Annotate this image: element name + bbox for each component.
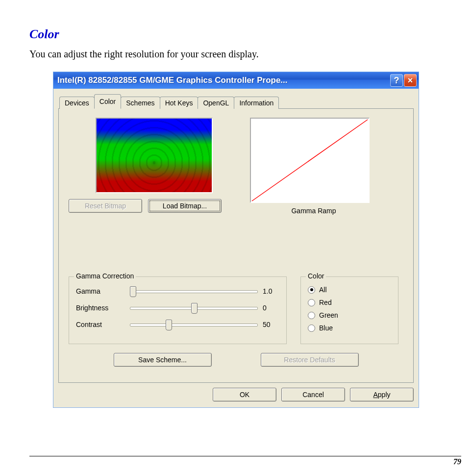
tab-schemes[interactable]: Schemes: [121, 97, 160, 109]
contrast-label: Contrast: [76, 321, 125, 328]
bitmap-preview: [96, 118, 213, 193]
tab-color[interactable]: Color: [94, 94, 121, 109]
dialog-button-row: OK Cancel Apply: [58, 388, 414, 401]
ok-button[interactable]: OK: [213, 388, 276, 401]
tab-devices[interactable]: Devices: [59, 97, 95, 109]
radio-all[interactable]: All: [308, 286, 391, 294]
gamma-label: Gamma: [76, 287, 125, 295]
client-area: Devices Color Schemes Hot Keys OpenGL In…: [53, 89, 419, 407]
help-button[interactable]: ?: [390, 74, 403, 87]
radio-blue[interactable]: Blue: [308, 324, 391, 332]
tab-hotkeys[interactable]: Hot Keys: [160, 97, 199, 109]
brightness-value: 0: [263, 304, 279, 312]
radio-red[interactable]: Red: [308, 299, 391, 306]
reset-bitmap-button[interactable]: Reset Bitmap: [69, 199, 142, 213]
window-title: Intel(R) 82852/82855 GM/GME Graphics Con…: [57, 75, 390, 85]
gamma-ramp-graph: [250, 118, 370, 203]
color-group-legend: Color: [306, 272, 326, 280]
contrast-slider[interactable]: [130, 319, 258, 330]
close-button[interactable]: ×: [404, 74, 417, 87]
radio-all-label: All: [319, 286, 327, 294]
gamma-correction-legend: Gamma Correction: [74, 272, 136, 280]
radio-green[interactable]: Green: [308, 311, 391, 319]
gamma-value: 1.0: [263, 287, 279, 295]
radio-icon: [308, 312, 315, 319]
gamma-slider[interactable]: [130, 286, 258, 297]
tab-opengl[interactable]: OpenGL: [198, 97, 234, 109]
save-scheme-button[interactable]: Save Scheme...: [114, 353, 212, 367]
svg-line-0: [252, 120, 368, 201]
cancel-button[interactable]: Cancel: [281, 388, 345, 401]
color-channel-group: Color All Red Green: [300, 276, 398, 344]
page-number: 79: [453, 457, 461, 466]
slider-gamma: Gamma 1.0: [76, 286, 279, 297]
radio-green-label: Green: [319, 311, 338, 319]
brightness-label: Brightness: [76, 304, 125, 312]
tab-strip: Devices Color Schemes Hot Keys OpenGL In…: [59, 94, 414, 108]
brightness-slider[interactable]: [130, 302, 258, 313]
section-desc: You can adjust the right resolution for …: [29, 49, 443, 60]
page-footer: 79: [29, 456, 461, 466]
radio-blue-label: Blue: [319, 324, 333, 332]
gamma-correction-group: Gamma Correction Gamma 1.0 Brightness: [69, 276, 287, 344]
section-title: Color: [29, 27, 443, 42]
titlebar: Intel(R) 82852/82855 GM/GME Graphics Con…: [53, 72, 419, 89]
slider-brightness: Brightness 0: [76, 302, 279, 313]
slider-contrast: Contrast 50: [76, 319, 279, 330]
tab-panel-color: Reset Bitmap Load Bitmap... Gamma Ramp: [58, 108, 414, 383]
contrast-value: 50: [263, 321, 279, 328]
radio-red-label: Red: [319, 299, 332, 306]
load-bitmap-button[interactable]: Load Bitmap...: [148, 199, 222, 213]
apply-button[interactable]: Apply: [350, 388, 414, 401]
radio-icon: [308, 325, 315, 332]
radio-icon: [308, 286, 315, 294]
radio-icon: [308, 299, 315, 306]
restore-defaults-button[interactable]: Restore Defaults: [261, 353, 359, 367]
gamma-ramp-label: Gamma Ramp: [250, 207, 377, 215]
properties-window: Intel(R) 82852/82855 GM/GME Graphics Con…: [53, 72, 419, 408]
tab-information[interactable]: Information: [234, 97, 279, 109]
